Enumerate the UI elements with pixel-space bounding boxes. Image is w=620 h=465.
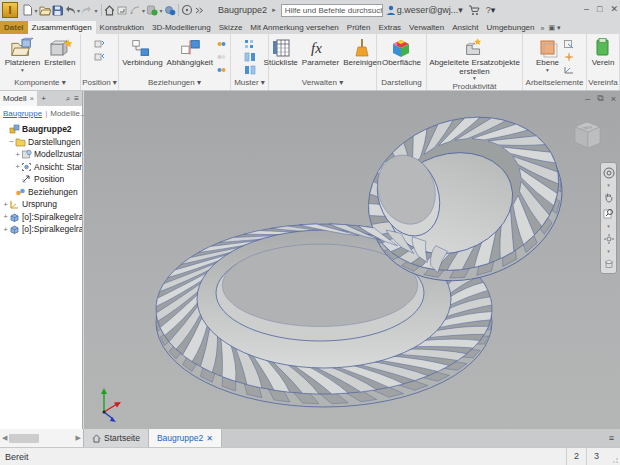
browser-tab-modell[interactable]: Modell ×	[0, 91, 37, 106]
ribbon-tab-7[interactable]: Extras	[374, 21, 405, 34]
return-icon[interactable]	[116, 4, 129, 17]
pat1-icon[interactable]	[244, 38, 256, 49]
cart-icon[interactable]	[468, 5, 480, 16]
button-Verbindung[interactable]: Verbindung	[120, 36, 164, 69]
undo-icon[interactable]	[64, 4, 77, 17]
look-at-icon[interactable]	[602, 257, 615, 270]
zoom-icon[interactable]	[602, 207, 615, 220]
ribbon-tab-1[interactable]: Zusammenfügen	[28, 21, 96, 34]
ribbon-tab-0[interactable]: Datei	[0, 21, 28, 34]
button-Ebene[interactable]: Ebene ▾	[534, 36, 562, 74]
button-Stückliste[interactable]: Stückliste	[262, 36, 300, 69]
tree-item-4[interactable]: Position	[0, 173, 82, 186]
tree-item-6[interactable]: + Ursprung	[0, 198, 82, 211]
tree-item-2[interactable]: + Modellzustand:	[0, 148, 82, 161]
material-icon[interactable]	[146, 4, 159, 17]
browser-add-icon[interactable]: +	[37, 94, 50, 103]
inventor-logo[interactable]: I	[2, 2, 18, 18]
wp2-icon[interactable]	[563, 51, 575, 62]
simplify-icon	[591, 37, 615, 59]
rel1-icon[interactable]	[216, 38, 228, 49]
redo-icon-dropdown[interactable]: ▾	[95, 7, 98, 14]
browser-link-baugruppe[interactable]: Baugruppe	[3, 109, 42, 118]
doc-tab-menu-icon[interactable]: ≡	[603, 429, 620, 447]
help-dropdown-icon[interactable]: ▾	[491, 5, 496, 15]
tab-startseite[interactable]: Startseite	[84, 429, 149, 447]
hscroll-thumb[interactable]	[9, 434, 39, 443]
appearance-icon[interactable]	[164, 4, 177, 17]
home-icon[interactable]	[104, 4, 117, 17]
tree-item-3[interactable]: + Ansicht: Standa	[0, 161, 82, 174]
orbit-icon[interactable]	[602, 232, 615, 245]
ribbon-tab-4[interactable]: Skizze	[215, 21, 247, 34]
browser-hscrollbar[interactable]: ◀ ▶	[0, 429, 84, 447]
ribbon-tab-3[interactable]: 3D-Modellierung	[148, 21, 215, 34]
tab-baugruppe2[interactable]: Baugruppe2 ✕	[149, 429, 222, 447]
tab-overflow-icon[interactable]: »	[539, 23, 547, 34]
doc-restore-icon[interactable]: ⧉	[597, 93, 603, 104]
doc-close-icon[interactable]: ×	[611, 94, 616, 104]
button-Abgeleitete Ersatzobjekte[interactable]: Abgeleitete Ersatzobjekteerstellen ▾	[427, 36, 522, 82]
hscroll-right-icon[interactable]: ▶	[74, 434, 83, 442]
pan-icon[interactable]	[602, 191, 615, 204]
tree-item-5[interactable]: Beziehungen	[0, 186, 82, 199]
ribbon-tab-10[interactable]: Umgebungen	[482, 21, 538, 34]
pos1-icon[interactable]	[94, 38, 106, 49]
pos2-icon[interactable]	[94, 51, 106, 62]
sketch-icon-dropdown[interactable]: ▾	[142, 7, 145, 14]
tree-item-1[interactable]: − Darstellungen	[0, 136, 82, 149]
steering-wheel-icon[interactable]	[602, 166, 615, 179]
title-bar: I ▾▾▾▾▾ Baugruppe2 ▸ Hilfe und Befehle d…	[0, 0, 620, 20]
more-chevron-icon[interactable]	[194, 4, 207, 17]
button-Erstellen[interactable]: Erstellen	[42, 36, 77, 69]
button-Verein[interactable]: Verein	[589, 36, 617, 69]
ribbon-tab-6[interactable]: Prüfen	[343, 21, 375, 34]
view-cube[interactable]: OBEN	[567, 117, 607, 155]
save-icon[interactable]	[51, 4, 64, 17]
pat3-icon[interactable]	[244, 64, 256, 75]
browser-search-icon[interactable]: ⌕	[66, 94, 70, 104]
wp3-icon[interactable]	[563, 64, 575, 75]
measure-icon[interactable]	[181, 4, 194, 17]
rel2-icon[interactable]	[216, 51, 228, 62]
redo-icon[interactable]	[81, 4, 94, 17]
button-Oberfläche[interactable]: Oberfläche	[380, 36, 423, 69]
navigation-bar[interactable]: ▾ ▾ ▾	[600, 162, 617, 274]
browser-tab-close-icon[interactable]: ×	[30, 94, 35, 103]
search-input[interactable]: Hilfe und Befehle durchsuchen...	[281, 4, 383, 17]
material-icon-dropdown[interactable]: ▾	[160, 7, 163, 14]
doc-minimize-icon[interactable]: –	[585, 94, 590, 104]
ribbon-tab-2[interactable]: Konstruktion	[96, 21, 148, 34]
wp1-icon[interactable]	[563, 38, 575, 49]
button-Parameter[interactable]: fx Parameter	[300, 36, 341, 69]
ribbon-tab-8[interactable]: Verwalten	[405, 21, 448, 34]
tree-item-7[interactable]: + [o]:Spiralkegelradp	[0, 211, 82, 224]
ribbon-display-icon[interactable]: ▣ ▾	[546, 22, 562, 34]
pat2-icon[interactable]	[244, 51, 256, 62]
user-account[interactable]: g.weser@gwj... ▾	[385, 4, 463, 16]
close-button[interactable]: ✕	[610, 4, 618, 14]
button-Abhängigkeit[interactable]: Abhängigkeit	[165, 36, 215, 69]
user-dropdown-icon[interactable]: ▾	[458, 5, 463, 15]
ribbon-tab-9[interactable]: Ansicht	[448, 21, 482, 34]
open-icon[interactable]	[39, 4, 52, 17]
maximize-button[interactable]: □	[597, 4, 602, 14]
minimize-button[interactable]: –	[584, 4, 589, 14]
browser-menu-icon[interactable]: ≡	[74, 94, 79, 104]
browser-link-modellierung[interactable]: Modellie...	[50, 109, 86, 118]
new-file-icon[interactable]	[21, 4, 34, 17]
rel3-icon[interactable]	[216, 64, 228, 75]
tab-close-icon[interactable]: ✕	[206, 434, 213, 443]
ribbon-group-Komponente: Platzieren ▾ Erstellen Komponente ▾	[0, 34, 81, 90]
resize-grip[interactable]	[606, 448, 620, 465]
sketch-icon[interactable]	[129, 4, 142, 17]
title-arrow-icon[interactable]: ▸	[272, 6, 276, 14]
button-Platzieren[interactable]: Platzieren ▾	[3, 36, 43, 74]
tree-item-0[interactable]: Baugruppe2	[0, 123, 82, 136]
undo-icon-dropdown[interactable]: ▾	[77, 7, 80, 14]
tree-item-8[interactable]: + [o]:Spiralkegelradp	[0, 223, 82, 236]
ribbon-tab-5[interactable]: Mit Anmerkung versehen	[246, 21, 343, 34]
new-file-icon-dropdown[interactable]: ▾	[35, 7, 38, 14]
hscroll-left-icon[interactable]: ◀	[0, 434, 9, 442]
viewport-3d[interactable]: – ⧉ × OBEN ▾ ▾	[84, 91, 620, 429]
